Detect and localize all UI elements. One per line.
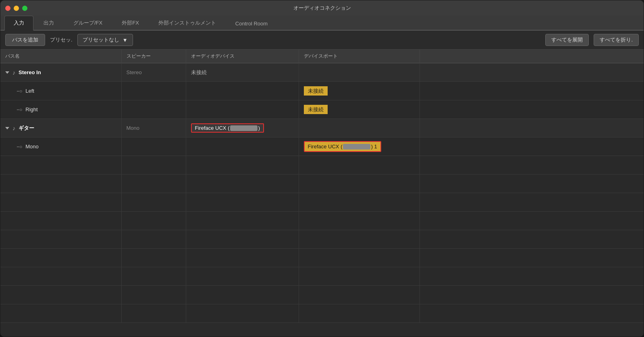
port-cell[interactable]: 未接続 [299,82,420,100]
table-row: ♪ ギター Mono Fireface UCX (████) [0,119,644,137]
titlebar: オーディオコネクション [0,0,644,16]
header-device: オーディオデバイス [186,50,299,63]
speaker-value: Stereo [127,69,142,75]
child-name-cell: −○ Right [0,100,121,119]
main-window: オーディオコネクション 入力 出力 グループ/FX 外部FX 外部インストゥルメ… [0,0,644,337]
blurred-serial-2: ████ [343,144,370,150]
port-value: 未接続 [304,105,328,114]
tab-input[interactable]: 入力 [4,16,33,31]
audio-icon: ♪ [12,125,15,131]
add-bus-button[interactable]: バスを追加 [5,34,45,46]
preset-dropdown-arrow: ▼ [123,37,128,43]
collapse-all-button[interactable]: すべてを折り. [594,34,639,46]
expand-all-button[interactable]: すべてを展開 [545,34,589,46]
child-name-label: Left [25,88,34,94]
bus-name-label: Stereo In [19,69,41,75]
table-row [0,304,644,323]
port-cell[interactable]: 未接続 [299,100,420,119]
expand-collapse-icon[interactable] [5,71,9,74]
audio-icon: ♪ [12,69,15,76]
device-value: Fireface UCX (████) [191,123,264,133]
port-cell [299,63,420,82]
speaker-cell: Mono [121,119,186,137]
bus-name-cell: ♪ ギター [0,119,121,137]
port-cell [299,119,420,137]
tab-group-fx[interactable]: グループ/FX [64,16,112,30]
header-port: デバイスポート [299,50,420,63]
expand-collapse-icon[interactable] [5,127,9,129]
table-row [0,193,644,212]
extra-cell [420,119,644,137]
table-row [0,230,644,249]
preset-label: プリセッ. [50,36,73,44]
blurred-serial: ████ [230,125,257,131]
table-row [0,286,644,304]
toolbar: バスを追加 プリセッ. プリセットなし ▼ すべてを展開 すべてを折り. [0,31,644,50]
extra-cell [420,100,644,119]
port-cell-highlighted[interactable]: Fireface UCX (████) 1 [299,137,420,156]
close-button[interactable] [5,6,10,11]
child-name-label: Right [25,106,37,112]
port-value: 未接続 [304,86,328,96]
table-row: −○ Left 未接続 [0,82,644,100]
extra-cell [420,82,644,100]
device-cell-highlighted[interactable]: Fireface UCX (████) [186,119,299,137]
speaker-cell [121,100,186,119]
child-arrow-icon: −○ [17,144,22,150]
child-arrow-icon: −○ [17,88,22,94]
port-value: Fireface UCX (████) 1 [304,141,381,152]
device-cell[interactable] [186,100,299,119]
header-bus-name: バス名 [0,50,121,63]
child-name-label: Mono [25,144,39,150]
extra-cell [420,137,644,156]
tab-output[interactable]: 出力 [34,16,63,30]
device-cell[interactable] [186,137,299,156]
tab-external-fx[interactable]: 外部FX [112,16,148,30]
header-speaker: スピーカー [121,50,186,63]
device-cell[interactable]: 未接続 [186,63,299,82]
window-controls [5,6,27,11]
table-row: ♪ Stereo In Stereo 未接続 [0,63,644,82]
extra-cell [420,63,644,82]
window-title: オーディオコネクション [293,4,351,12]
header-extra [420,50,644,63]
tabs-bar: 入力 出力 グループ/FX 外部FX 外部インストゥルメント Control R… [0,16,644,31]
table-row: −○ Mono Fireface UCX (████) 1 [0,137,644,156]
table-row [0,156,644,175]
child-name-cell: −○ Mono [0,137,121,156]
minimize-button[interactable] [14,6,19,11]
child-name-cell: −○ Left [0,82,121,100]
table-row [0,175,644,193]
speaker-cell [121,137,186,156]
speaker-value: Mono [127,125,140,131]
table-row [0,249,644,267]
maximize-button[interactable] [22,6,27,11]
connections-table: バス名 スピーカー オーディオデバイス デバイスポート ♪ Stereo In [0,50,644,323]
table-header-row: バス名 スピーカー オーディオデバイス デバイスポート [0,50,644,63]
bus-name-label: ギター [19,125,34,132]
device-value: 未接続 [191,69,207,75]
speaker-cell [121,82,186,100]
preset-value: プリセットなし [83,36,119,44]
table-area: バス名 スピーカー オーディオデバイス デバイスポート ♪ Stereo In [0,50,644,337]
tab-control-room[interactable]: Control Room [226,17,277,30]
bus-name-cell: ♪ Stereo In [0,63,121,82]
preset-dropdown[interactable]: プリセットなし ▼ [77,34,133,46]
tab-external-inst[interactable]: 外部インストゥルメント [149,16,225,30]
table-row [0,212,644,230]
device-cell[interactable] [186,82,299,100]
speaker-cell: Stereo [121,63,186,82]
table-row [0,267,644,286]
table-row: −○ Right 未接続 [0,100,644,119]
child-arrow-icon: −○ [17,107,22,112]
